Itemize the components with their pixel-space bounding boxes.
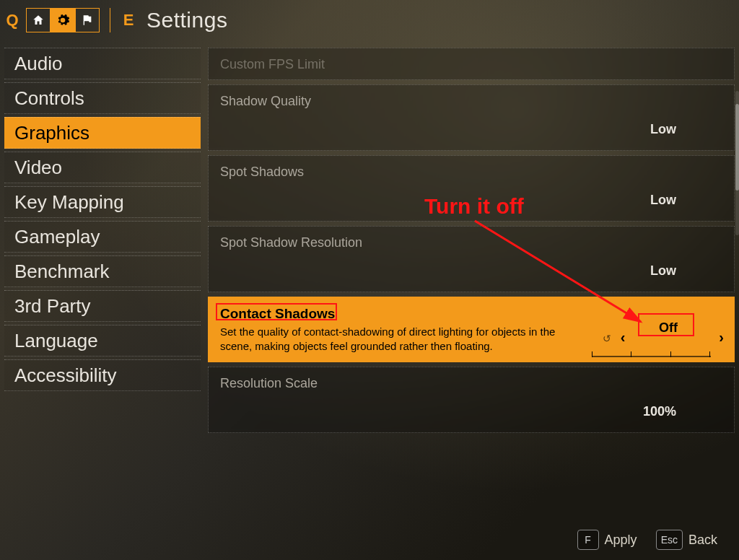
home-icon [32, 14, 45, 27]
setting-label: Contact Shadows [220, 306, 722, 322]
key-esc: Esc [656, 530, 683, 550]
setting-custom-fps-limit[interactable]: Custom FPS Limit [208, 48, 735, 80]
sidebar-item-label: Graphics [14, 122, 89, 144]
key-e-hint: E [121, 11, 136, 30]
setting-shadow-quality[interactable]: Shadow Quality Low [208, 84, 735, 151]
footer-apply[interactable]: F Apply [577, 530, 637, 550]
sidebar-item-label: Video [14, 157, 62, 179]
tab-flag[interactable] [75, 8, 100, 32]
setting-description: Set the quality of contact-shadowing of … [220, 325, 567, 354]
sidebar-item-label: Gameplay [14, 226, 100, 248]
setting-label: Spot Shadow Resolution [220, 235, 722, 250]
flag-icon [82, 14, 93, 26]
footer-apply-label: Apply [605, 533, 637, 548]
sidebar-item-label: Controls [14, 87, 84, 110]
footer-back[interactable]: Esc Back [656, 530, 717, 550]
setting-label: Resolution Scale [220, 376, 722, 391]
gear-icon [56, 13, 70, 27]
tab-settings[interactable] [51, 8, 75, 32]
sidebar-item-accessibility[interactable]: Accessibility [4, 359, 201, 391]
sidebar-item-3rdparty[interactable]: 3rd Party [4, 290, 201, 322]
sidebar-item-benchmark[interactable]: Benchmark [4, 255, 201, 287]
tab-home[interactable] [26, 8, 51, 32]
setting-label: Custom FPS Limit [220, 57, 722, 72]
footer: F Apply Esc Back [577, 530, 717, 550]
separator [110, 8, 110, 32]
setting-value: Low [650, 122, 676, 137]
top-tabs [26, 8, 100, 32]
sidebar-item-label: Key Mapping [14, 191, 124, 214]
sidebar-item-label: Audio [14, 53, 63, 75]
sidebar-item-video[interactable]: Video [4, 152, 201, 183]
top-bar: Q E Settings [0, 0, 739, 40]
settings-panel: Custom FPS Limit Shadow Quality Low Spot… [208, 40, 735, 488]
sidebar-item-label: Accessibility [14, 364, 117, 387]
setting-value: Low [650, 193, 676, 208]
sidebar: Audio Controls Graphics Video Key Mappin… [4, 40, 201, 488]
cycle-icon: ↺ [603, 333, 611, 344]
sidebar-item-label: 3rd Party [14, 295, 91, 318]
page-title: Settings [147, 8, 227, 32]
value-arrows: ‹ › [621, 329, 724, 346]
scrollbar-thumb[interactable] [735, 104, 739, 191]
sidebar-item-audio[interactable]: Audio [4, 48, 201, 79]
key-f: F [577, 530, 599, 550]
setting-value: 100% [643, 404, 676, 419]
setting-spot-shadow-resolution[interactable]: Spot Shadow Resolution Low [208, 226, 735, 292]
sidebar-item-label: Language [14, 330, 98, 352]
sidebar-item-label: Benchmark [14, 261, 110, 283]
footer-back-label: Back [688, 533, 717, 548]
setting-spot-shadows[interactable]: Spot Shadows Low [208, 155, 735, 222]
setting-label: Spot Shadows [220, 165, 722, 180]
arrow-left[interactable]: ‹ [621, 329, 626, 346]
sidebar-item-graphics[interactable]: Graphics [4, 117, 201, 149]
value-slider[interactable] [592, 356, 711, 357]
sidebar-item-controls[interactable]: Controls [4, 82, 201, 114]
sidebar-item-language[interactable]: Language [4, 325, 201, 356]
sidebar-item-gameplay[interactable]: Gameplay [4, 221, 201, 253]
scrollbar[interactable] [735, 91, 739, 235]
key-q-hint: Q [4, 11, 20, 30]
arrow-right[interactable]: › [719, 329, 724, 346]
setting-contact-shadows[interactable]: Contact Shadows Set the quality of conta… [208, 297, 735, 362]
setting-resolution-scale[interactable]: Resolution Scale 100% [208, 367, 735, 433]
setting-value: Low [650, 263, 676, 279]
sidebar-item-keymapping[interactable]: Key Mapping [4, 186, 201, 218]
setting-label: Shadow Quality [220, 94, 722, 109]
